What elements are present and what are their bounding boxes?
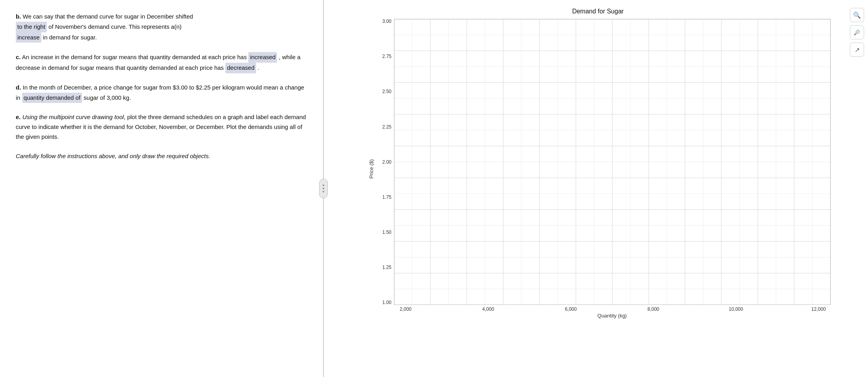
zoom-in-button[interactable]: 🔍 [850, 8, 864, 22]
chart-grid-area: 1.00 1.25 1.50 1.75 2.00 2.25 2.50 2.75 … [377, 19, 831, 305]
external-link-icon: ↗ [855, 46, 860, 54]
section-f-text: Carefully follow the instructions above,… [16, 153, 210, 159]
x-tick-1: 4,000 [476, 306, 500, 312]
x-tick-5: 12,000 [807, 306, 830, 312]
section-e: e. Using the multipoint curve drawing to… [16, 112, 307, 142]
section-b-text2: of November's demand curve. This represe… [47, 23, 182, 30]
y-tick-labels: 1.00 1.25 1.50 1.75 2.00 2.25 2.50 2.75 … [377, 19, 394, 305]
highlight-to-the-right: to the right [16, 22, 47, 32]
chart-with-axes: 1.00 1.25 1.50 1.75 2.00 2.25 2.50 2.75 … [377, 19, 831, 319]
section-b-text3: in demand for sugar. [41, 34, 97, 41]
section-b: b. We can say that the demand curve for … [16, 12, 307, 43]
section-e-label: e. [16, 114, 21, 120]
y-tick-2: 1.50 [382, 230, 391, 235]
section-e-text1: Using the multipoint curve drawing tool [21, 114, 124, 120]
y-tick-8: 3.00 [382, 19, 391, 24]
y-tick-1: 1.25 [382, 265, 391, 270]
x-tick-2: 6,000 [559, 306, 583, 312]
zoom-out-button[interactable]: 🔍 [850, 25, 864, 39]
x-tick-0: 2,000 [394, 306, 418, 312]
external-link-button[interactable]: ↗ [850, 43, 864, 57]
section-d: d. In the month of December, a price cha… [16, 83, 307, 103]
zoom-in-icon: 🔍 [853, 11, 861, 19]
chart-container: Price ($) 1.00 1.25 1.50 1.75 2.00 2.25 … [366, 19, 831, 319]
x-tick-labels: 2,000 4,000 6,000 8,000 10,000 12,000 [377, 306, 831, 312]
x-tick-4: 10,000 [724, 306, 748, 312]
highlight-quantity-demanded: quantity demanded of [22, 93, 82, 103]
y-tick-3: 1.75 [382, 195, 391, 200]
icon-buttons: 🔍 🔍 ↗ [850, 8, 864, 57]
highlight-increase: increase [16, 32, 41, 43]
highlight-decreased: decreased [225, 63, 256, 73]
grid-svg-wrapper [394, 19, 831, 305]
section-b-text1: We can say that the demand curve for sug… [21, 13, 193, 20]
chart-grid-svg [394, 19, 831, 305]
right-panel: Demand for Sugar Price ($) 1.00 1.25 1.5… [324, 0, 868, 377]
y-tick-7: 2.75 [382, 54, 391, 59]
section-d-label: d. [16, 84, 21, 91]
y-tick-6: 2.50 [382, 89, 391, 94]
left-panel: b. We can say that the demand curve for … [0, 0, 323, 377]
y-axis-label-container: Price ($) [366, 19, 377, 319]
y-tick-0: 1.00 [382, 300, 391, 305]
section-c: c. An increase in the demand for sugar m… [16, 52, 307, 73]
highlight-increased: increased [248, 52, 277, 63]
section-f: Carefully follow the instructions above,… [16, 151, 307, 161]
section-c-text1: An increase in the demand for sugar mean… [21, 54, 249, 60]
section-d-text2: sugar of 3,000 kg. [82, 94, 131, 101]
y-axis-label: Price ($) [368, 159, 374, 179]
x-axis-label: Quantity (kg) [377, 313, 831, 319]
zoom-out-icon: 🔍 [854, 30, 860, 35]
section-b-label: b. [16, 13, 21, 20]
chart-title: Demand for Sugar [572, 8, 624, 15]
section-c-text3: . [256, 64, 259, 71]
section-c-label: c. [16, 54, 21, 60]
y-tick-5: 2.25 [382, 125, 391, 129]
x-tick-3: 8,000 [641, 306, 665, 312]
y-tick-4: 2.00 [382, 160, 391, 164]
